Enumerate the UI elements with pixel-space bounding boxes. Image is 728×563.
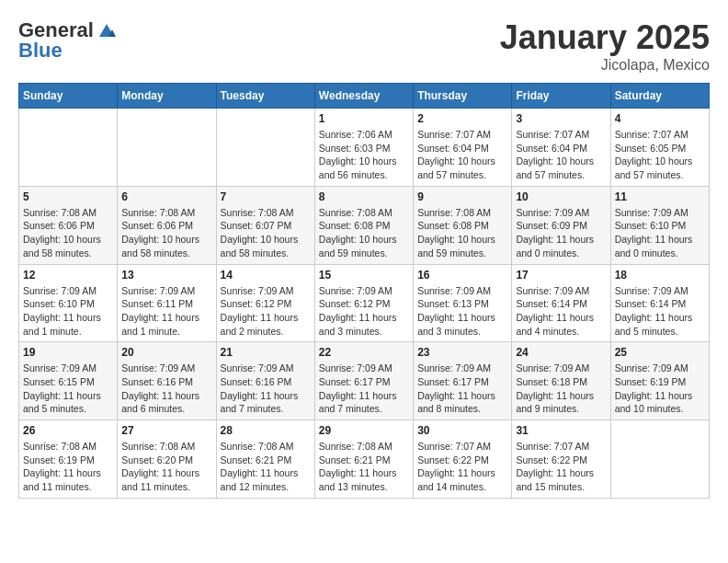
calendar-cell (610, 420, 709, 499)
calendar-cell: 8Sunrise: 7:08 AM Sunset: 6:08 PM Daylig… (314, 186, 413, 264)
location: Jicolapa, Mexico (500, 57, 710, 74)
calendar-week-row: 12Sunrise: 7:09 AM Sunset: 6:10 PM Dayli… (19, 264, 710, 342)
calendar-cell: 23Sunrise: 7:09 AM Sunset: 6:17 PM Dayli… (414, 342, 512, 420)
day-info: Sunrise: 7:09 AM Sunset: 6:17 PM Dayligh… (319, 362, 409, 416)
day-number: 10 (516, 190, 606, 203)
calendar-week-row: 26Sunrise: 7:08 AM Sunset: 6:19 PM Dayli… (19, 420, 710, 499)
calendar-cell: 13Sunrise: 7:09 AM Sunset: 6:11 PM Dayli… (118, 264, 216, 342)
day-number: 9 (417, 190, 507, 203)
day-number: 25 (615, 346, 705, 359)
day-number: 2 (417, 112, 507, 125)
calendar-cell: 31Sunrise: 7:07 AM Sunset: 6:22 PM Dayli… (512, 420, 610, 499)
day-info: Sunrise: 7:09 AM Sunset: 6:16 PM Dayligh… (221, 362, 311, 416)
day-info: Sunrise: 7:07 AM Sunset: 6:05 PM Dayligh… (615, 128, 705, 182)
calendar-cell: 26Sunrise: 7:08 AM Sunset: 6:19 PM Dayli… (19, 420, 118, 499)
calendar-cell: 10Sunrise: 7:09 AM Sunset: 6:09 PM Dayli… (512, 186, 610, 264)
day-number: 6 (121, 190, 211, 203)
calendar-cell: 7Sunrise: 7:08 AM Sunset: 6:07 PM Daylig… (216, 186, 314, 264)
calendar-cell: 24Sunrise: 7:09 AM Sunset: 6:18 PM Dayli… (512, 342, 610, 420)
calendar-cell: 29Sunrise: 7:08 AM Sunset: 6:21 PM Dayli… (314, 420, 413, 499)
calendar-cell: 11Sunrise: 7:09 AM Sunset: 6:10 PM Dayli… (610, 186, 709, 264)
day-number: 19 (23, 346, 113, 359)
day-info: Sunrise: 7:09 AM Sunset: 6:16 PM Dayligh… (121, 362, 211, 416)
day-of-week-header: Tuesday (216, 84, 314, 109)
day-info: Sunrise: 7:07 AM Sunset: 6:04 PM Dayligh… (417, 128, 507, 182)
calendar-cell: 2Sunrise: 7:07 AM Sunset: 6:04 PM Daylig… (414, 109, 512, 187)
day-info: Sunrise: 7:09 AM Sunset: 6:12 PM Dayligh… (319, 284, 409, 339)
day-number: 26 (23, 424, 113, 437)
logo: General Blue (18, 18, 118, 63)
day-info: Sunrise: 7:07 AM Sunset: 6:22 PM Dayligh… (516, 440, 606, 494)
day-info: Sunrise: 7:09 AM Sunset: 6:19 PM Dayligh… (615, 362, 705, 416)
day-info: Sunrise: 7:08 AM Sunset: 6:06 PM Dayligh… (23, 206, 113, 260)
calendar-week-row: 19Sunrise: 7:09 AM Sunset: 6:15 PM Dayli… (19, 342, 710, 420)
day-info: Sunrise: 7:09 AM Sunset: 6:12 PM Dayligh… (221, 284, 311, 339)
calendar-week-row: 5Sunrise: 7:08 AM Sunset: 6:06 PM Daylig… (19, 186, 710, 264)
day-info: Sunrise: 7:09 AM Sunset: 6:09 PM Dayligh… (516, 206, 606, 260)
calendar-cell: 21Sunrise: 7:09 AM Sunset: 6:16 PM Dayli… (216, 342, 314, 420)
calendar-cell (19, 109, 118, 187)
day-info: Sunrise: 7:09 AM Sunset: 6:14 PM Dayligh… (516, 284, 606, 339)
day-info: Sunrise: 7:09 AM Sunset: 6:10 PM Dayligh… (615, 206, 705, 260)
day-of-week-header: Thursday (414, 84, 512, 109)
day-of-week-header: Friday (512, 84, 610, 109)
calendar-cell: 3Sunrise: 7:07 AM Sunset: 6:04 PM Daylig… (512, 109, 610, 187)
day-number: 29 (319, 424, 409, 437)
calendar-week-row: 1Sunrise: 7:06 AM Sunset: 6:03 PM Daylig… (19, 109, 710, 187)
logo-text: General Blue (18, 18, 118, 63)
day-info: Sunrise: 7:09 AM Sunset: 6:14 PM Dayligh… (615, 284, 705, 339)
calendar-cell: 30Sunrise: 7:07 AM Sunset: 6:22 PM Dayli… (414, 420, 512, 499)
day-number: 3 (516, 112, 606, 125)
day-number: 31 (516, 424, 606, 437)
calendar-cell: 22Sunrise: 7:09 AM Sunset: 6:17 PM Dayli… (314, 342, 413, 420)
day-info: Sunrise: 7:09 AM Sunset: 6:13 PM Dayligh… (417, 284, 507, 339)
day-info: Sunrise: 7:07 AM Sunset: 6:22 PM Dayligh… (417, 440, 507, 494)
calendar-cell: 28Sunrise: 7:08 AM Sunset: 6:21 PM Dayli… (216, 420, 314, 499)
day-number: 14 (221, 269, 311, 282)
calendar-cell: 12Sunrise: 7:09 AM Sunset: 6:10 PM Dayli… (19, 264, 118, 342)
calendar-cell: 17Sunrise: 7:09 AM Sunset: 6:14 PM Dayli… (512, 264, 610, 342)
day-info: Sunrise: 7:08 AM Sunset: 6:08 PM Dayligh… (319, 206, 409, 260)
day-number: 16 (417, 269, 507, 282)
day-number: 18 (615, 269, 705, 282)
day-info: Sunrise: 7:06 AM Sunset: 6:03 PM Dayligh… (319, 128, 409, 182)
day-number: 24 (516, 346, 606, 359)
calendar-cell: 15Sunrise: 7:09 AM Sunset: 6:12 PM Dayli… (314, 264, 413, 342)
day-info: Sunrise: 7:09 AM Sunset: 6:15 PM Dayligh… (23, 362, 113, 416)
day-info: Sunrise: 7:09 AM Sunset: 6:18 PM Dayligh… (516, 362, 606, 416)
calendar-cell: 27Sunrise: 7:08 AM Sunset: 6:20 PM Dayli… (118, 420, 216, 499)
page-header: General Blue January 2025 Jicolapa, Mexi… (18, 18, 710, 74)
day-info: Sunrise: 7:08 AM Sunset: 6:08 PM Dayligh… (417, 206, 507, 260)
calendar-cell: 1Sunrise: 7:06 AM Sunset: 6:03 PM Daylig… (314, 109, 413, 187)
day-number: 12 (23, 269, 113, 282)
day-number: 23 (417, 346, 507, 359)
calendar-cell: 14Sunrise: 7:09 AM Sunset: 6:12 PM Dayli… (216, 264, 314, 342)
month-title: January 2025 (500, 18, 710, 57)
day-number: 30 (417, 424, 507, 437)
day-number: 20 (121, 346, 211, 359)
day-of-week-header: Monday (118, 84, 216, 109)
day-info: Sunrise: 7:08 AM Sunset: 6:06 PM Dayligh… (121, 206, 211, 260)
day-number: 8 (319, 190, 409, 203)
calendar-cell: 20Sunrise: 7:09 AM Sunset: 6:16 PM Dayli… (118, 342, 216, 420)
day-of-week-header: Saturday (610, 84, 709, 109)
day-number: 11 (615, 190, 705, 203)
day-number: 1 (319, 112, 409, 125)
calendar-cell (216, 109, 314, 187)
day-number: 15 (319, 269, 409, 282)
day-info: Sunrise: 7:08 AM Sunset: 6:21 PM Dayligh… (319, 440, 409, 494)
calendar-cell: 16Sunrise: 7:09 AM Sunset: 6:13 PM Dayli… (414, 264, 512, 342)
calendar-cell: 19Sunrise: 7:09 AM Sunset: 6:15 PM Dayli… (19, 342, 118, 420)
logo-icon (96, 20, 116, 40)
day-number: 7 (221, 190, 311, 203)
calendar-header-row: SundayMondayTuesdayWednesdayThursdayFrid… (19, 84, 710, 109)
day-number: 4 (615, 112, 705, 125)
day-number: 5 (23, 190, 113, 203)
calendar-cell: 6Sunrise: 7:08 AM Sunset: 6:06 PM Daylig… (118, 186, 216, 264)
calendar-cell: 25Sunrise: 7:09 AM Sunset: 6:19 PM Dayli… (610, 342, 709, 420)
calendar-cell: 4Sunrise: 7:07 AM Sunset: 6:05 PM Daylig… (610, 109, 709, 187)
day-number: 17 (516, 269, 606, 282)
day-of-week-header: Wednesday (314, 84, 413, 109)
day-info: Sunrise: 7:08 AM Sunset: 6:21 PM Dayligh… (221, 440, 311, 494)
day-number: 21 (221, 346, 311, 359)
